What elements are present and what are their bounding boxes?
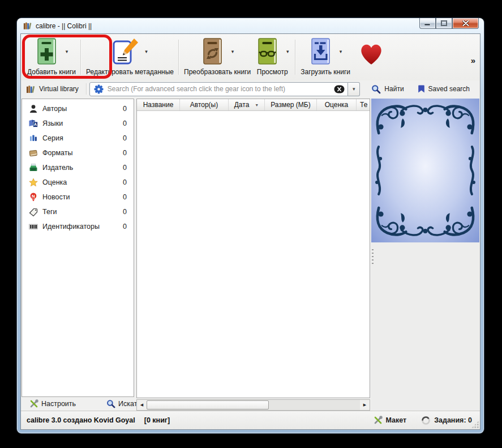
sidebar-item-label: Новости (42, 193, 70, 201)
scroll-right-arrow[interactable]: ▶ (360, 400, 370, 410)
edit-metadata-dropdown[interactable]: ▾ (144, 49, 149, 54)
sidebar-item-count: 0 (123, 208, 128, 216)
sidebar-item-publisher[interactable]: Издатель 0 (22, 160, 134, 175)
book-details-panel (371, 99, 479, 411)
jobs-spinner-icon (421, 416, 431, 425)
scrollbar-thumb[interactable] (147, 400, 269, 409)
convert-books-label: Преобразовать книги (184, 68, 251, 76)
scroll-left-arrow[interactable]: ◀ (137, 400, 147, 410)
configure-label: Настроить (41, 400, 76, 408)
column-header-authors[interactable]: Автор(ы) (180, 99, 229, 110)
search-input[interactable] (108, 85, 331, 93)
column-header-size[interactable]: Размер (МБ) (265, 99, 317, 110)
convert-books-button[interactable]: ▾ Преобразовать книги (184, 36, 251, 76)
column-header-date[interactable]: Дата ▼ (229, 99, 265, 110)
edit-metadata-icon (111, 37, 139, 66)
clear-search-icon[interactable] (334, 85, 345, 93)
donate-heart-icon[interactable] (358, 41, 385, 67)
configure-button[interactable]: Настроить (26, 398, 79, 409)
add-books-icon (33, 37, 59, 66)
view-dropdown[interactable]: ▾ (285, 49, 290, 54)
sidebar-item-news[interactable]: N Новости 0 (22, 190, 134, 204)
column-label: Название (143, 101, 174, 109)
book-list-empty-area[interactable] (137, 111, 370, 398)
bookmark-icon (418, 84, 425, 93)
column-label: Те (360, 101, 367, 109)
sidebar-item-series[interactable]: Серия 0 (22, 131, 134, 146)
version-text: calibre 3.0 создано Kovid Goyal (27, 416, 135, 424)
book-count: [0 книг] (144, 416, 170, 424)
series-icon (29, 134, 38, 143)
jobs-label: Задания: 0 (434, 416, 472, 424)
book-list: Название Автор(ы) Дата ▼ Размер (МБ) (136, 99, 370, 398)
get-books-icon (307, 37, 333, 66)
convert-books-dropdown[interactable]: ▾ (230, 49, 235, 54)
news-icon: N (29, 193, 38, 202)
svg-text:A: A (34, 122, 37, 127)
column-label: Автор(ы) (190, 101, 218, 109)
maximize-button[interactable] (436, 18, 452, 29)
sidebar-item-count: 0 (123, 105, 128, 113)
sidebar-item-count: 0 (123, 134, 128, 142)
sidebar-item-identifiers[interactable]: Идентификаторы 0 (22, 219, 134, 234)
search-gear-icon[interactable] (94, 84, 104, 94)
get-books-button[interactable]: ▾ Загрузить книги (301, 36, 350, 76)
jobs-indicator[interactable]: Задания: 0 (421, 416, 472, 425)
column-label: Размер (МБ) (271, 101, 310, 109)
sidebar-item-count: 0 (123, 193, 128, 201)
find-button[interactable]: Найти (367, 83, 408, 96)
get-books-dropdown[interactable]: ▾ (338, 49, 344, 54)
edit-metadata-button[interactable]: ▾ Редактировать метаданные (86, 36, 174, 76)
sidebar-item-count: 0 (123, 164, 128, 172)
add-books-dropdown[interactable]: ▾ (64, 49, 70, 54)
column-header-title[interactable]: Название (137, 99, 180, 110)
sidebar-item-label: Серия (42, 134, 63, 142)
sidebar-item-languages[interactable]: A Языки 0 (22, 116, 134, 131)
convert-books-icon (199, 37, 225, 66)
book-details-empty-area (371, 242, 479, 411)
close-button[interactable] (452, 18, 479, 29)
search-magnifier-icon (106, 399, 115, 408)
resize-grip[interactable] (471, 421, 479, 428)
layout-button[interactable]: Макет (374, 416, 407, 425)
edit-metadata-label: Редактировать метаданные (86, 68, 174, 76)
sidebar-item-authors[interactable]: Авторы 0 (22, 101, 134, 116)
identifiers-icon (29, 222, 38, 231)
status-bar: calibre 3.0 создано Kovid Goyal [0 книг]… (21, 411, 480, 429)
panel-splitter-handle[interactable] (372, 248, 374, 265)
sidebar-item-label: Издатель (42, 164, 73, 172)
toolbar-separator (295, 40, 296, 75)
sidebar-item-count: 0 (123, 120, 128, 127)
search-magnifier-icon (371, 84, 381, 94)
add-books-label: Добавить книги (27, 68, 76, 76)
view-icon (254, 37, 280, 66)
formats-icon (29, 148, 38, 157)
tools-icon (374, 416, 383, 425)
search-history-dropdown[interactable]: ▾ (348, 82, 360, 96)
find-label: Найти (384, 85, 404, 93)
search-field[interactable] (89, 82, 349, 96)
column-header-rating[interactable]: Оценка (317, 99, 357, 110)
add-books-button[interactable]: ▾ Добавить книги (27, 36, 76, 76)
title-bar: calibre - || Colibri || (17, 18, 484, 33)
tag-browser-panel: Авторы 0 A Языки 0 (22, 99, 134, 397)
column-header-tags[interactable]: Те (357, 99, 370, 110)
saved-search-button[interactable]: Saved search (413, 83, 474, 95)
saved-search-label: Saved search (428, 85, 470, 93)
sort-desc-icon: ▼ (255, 103, 259, 107)
sidebar-item-count: 0 (123, 223, 128, 231)
window-title: calibre - || Colibri || (36, 22, 92, 30)
minimize-button[interactable] (419, 18, 436, 29)
sidebar-item-label: Идентификаторы (42, 223, 100, 231)
sidebar-item-rating[interactable]: Оценка 0 (22, 175, 134, 190)
toolbar-overflow-chevron[interactable]: » (471, 56, 475, 65)
sidebar-item-label: Авторы (42, 105, 67, 113)
scrollbar-track[interactable] (269, 400, 360, 410)
sidebar-item-tags[interactable]: Теги 0 (22, 204, 134, 219)
virtual-library-button[interactable]: Virtual library (22, 83, 84, 95)
publisher-icon (29, 163, 38, 172)
view-button[interactable]: ▾ Просмотр (254, 36, 290, 76)
sidebar-item-formats[interactable]: Форматы 0 (22, 146, 134, 160)
sidebar-item-label: Форматы (42, 149, 72, 157)
horizontal-scrollbar: ◀ ▶ (136, 399, 370, 411)
